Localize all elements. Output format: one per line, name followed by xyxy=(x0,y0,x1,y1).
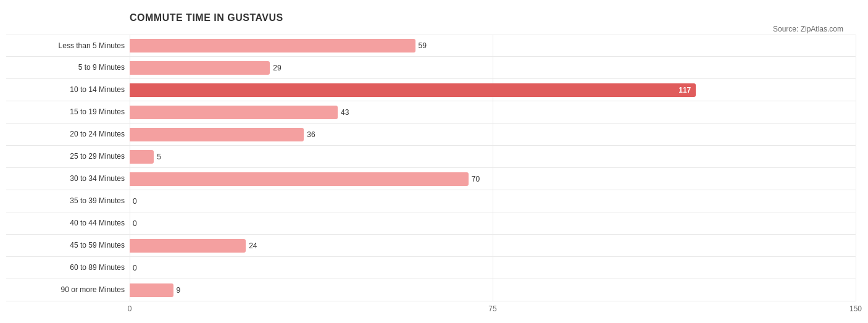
bar-label: 45 to 59 Minutes xyxy=(6,241,130,250)
bar-fill xyxy=(130,61,270,75)
bar-label: 30 to 34 Minutes xyxy=(6,174,130,183)
bar-row: 40 to 44 Minutes0 xyxy=(6,212,856,235)
bar-value-label: 0 xyxy=(133,197,137,206)
bar-row: 15 to 19 Minutes43 xyxy=(6,101,856,124)
bar-row: 20 to 24 Minutes36 xyxy=(6,124,856,146)
bar-track: 117 xyxy=(130,79,856,101)
bar-value-label: 9 xyxy=(177,286,181,295)
bar-row: Less than 5 Minutes59 xyxy=(6,35,856,57)
bar-value-label: 0 xyxy=(133,219,137,228)
bar-fill xyxy=(130,172,469,186)
chart-area: Less than 5 Minutes595 to 9 Minutes2910 … xyxy=(6,35,856,301)
bar-track: 59 xyxy=(130,35,856,56)
bar-value-label: 70 xyxy=(472,175,480,183)
bar-row: 45 to 59 Minutes24 xyxy=(6,235,856,257)
bar-label: 5 to 9 Minutes xyxy=(6,63,130,72)
bar-row: 90 or more Minutes9 xyxy=(6,279,856,301)
bar-row: 5 to 9 Minutes29 xyxy=(6,57,856,79)
bar-row: 10 to 14 Minutes117 xyxy=(6,79,856,101)
bar-track: 36 xyxy=(130,124,856,145)
chart-title: COMMUTE TIME IN GUSTAVUS xyxy=(130,12,283,23)
bar-label: 10 to 14 Minutes xyxy=(6,85,130,94)
bar-label: 60 to 89 Minutes xyxy=(6,263,130,272)
bar-label: 35 to 39 Minutes xyxy=(6,196,130,205)
chart-container: COMMUTE TIME IN GUSTAVUS Source: ZipAtla… xyxy=(0,0,868,323)
source-text: Source: ZipAtlas.com xyxy=(773,25,843,33)
bar-fill xyxy=(130,106,338,119)
bar-track: 70 xyxy=(130,168,856,190)
bar-value-label: 24 xyxy=(249,241,257,250)
bar-fill xyxy=(130,39,415,52)
bar-fill xyxy=(130,239,246,253)
bar-row: 60 to 89 Minutes0 xyxy=(6,257,856,279)
bar-value-label: 117 xyxy=(678,86,691,94)
bar-track: 43 xyxy=(130,101,856,123)
bar-fill xyxy=(130,283,173,297)
bar-track: 5 xyxy=(130,146,856,167)
bar-value-label: 59 xyxy=(419,41,427,50)
bar-track: 24 xyxy=(130,235,856,256)
bar-value-label: 36 xyxy=(307,130,315,139)
bar-fill xyxy=(130,128,304,141)
bar-label: 20 to 24 Minutes xyxy=(6,130,130,138)
bar-label: 25 to 29 Minutes xyxy=(6,152,130,161)
bar-track: 0 xyxy=(130,212,856,234)
bar-track: 0 xyxy=(130,257,856,279)
x-axis-tick: 75 xyxy=(488,304,496,313)
bar-row: 30 to 34 Minutes70 xyxy=(6,168,856,190)
bar-value-label: 0 xyxy=(133,264,137,272)
bar-track: 9 xyxy=(130,279,856,301)
bar-fill xyxy=(130,150,154,164)
bar-row: 25 to 29 Minutes5 xyxy=(6,146,856,168)
bar-value-label: 5 xyxy=(157,153,161,161)
x-axis: 075150 xyxy=(130,304,856,317)
bar-value-label: 29 xyxy=(273,64,281,72)
bar-label: 90 or more Minutes xyxy=(6,285,130,294)
bar-label: 15 to 19 Minutes xyxy=(6,107,130,116)
x-axis-tick: 0 xyxy=(128,304,132,313)
bar-label: Less than 5 Minutes xyxy=(6,41,130,50)
bar-label: 40 to 44 Minutes xyxy=(6,219,130,227)
bar-row: 35 to 39 Minutes0 xyxy=(6,190,856,212)
bar-value-label: 43 xyxy=(341,108,349,117)
x-axis-tick: 150 xyxy=(849,304,862,313)
bar-track: 29 xyxy=(130,57,856,78)
bar-track: 0 xyxy=(130,190,856,212)
bar-fill: 117 xyxy=(130,83,696,97)
